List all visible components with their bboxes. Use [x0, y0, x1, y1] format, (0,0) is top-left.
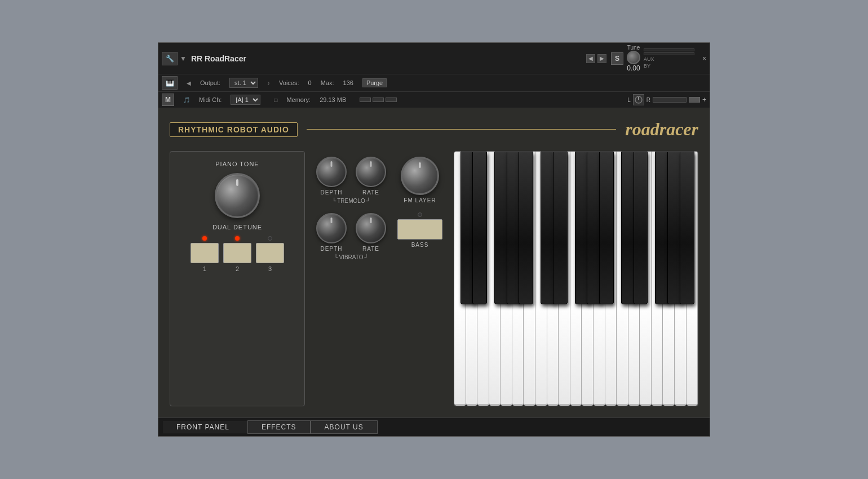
fm-bass-section: FM LAYER BASS [397, 151, 442, 406]
led-1 [202, 236, 207, 241]
pan-area: L R + [627, 94, 706, 105]
tremolo-knobs: DEPTH RATE [316, 157, 386, 196]
close-button[interactable]: × [702, 55, 706, 63]
led-3 [268, 236, 272, 241]
brand-row: RHYTHMIC ROBOT AUDIO roadracer [170, 119, 698, 140]
output-row: 🎹 ◀ Output: st. 1 ♪ Voices: 0 Max: 136 P… [158, 74, 710, 92]
white-key-21[interactable] [687, 152, 698, 406]
piano-tone-knob[interactable] [215, 173, 260, 218]
product-name: roadracer [625, 119, 698, 140]
vibrato-bracket-left: └ [334, 254, 338, 260]
output-label: Output: [200, 79, 220, 86]
button-group-2: 2 [223, 236, 251, 272]
meter-bars [360, 97, 397, 102]
vibrato-bracket-right: ┘ [364, 254, 368, 260]
r-label: R [646, 97, 650, 103]
white-key-11[interactable] [570, 152, 582, 406]
vibrato-depth-knob[interactable] [316, 213, 347, 243]
vibrato-section: DEPTH RATE └ VIBRATO ┘ [316, 213, 386, 260]
white-key-18[interactable] [652, 152, 663, 406]
triangle-icon[interactable]: ▼ [180, 55, 187, 63]
midi-icon: 🎵 [183, 97, 190, 103]
tremolo-bracket-right: ┘ [366, 198, 370, 204]
white-key-12[interactable] [582, 152, 594, 406]
tune-knob[interactable] [627, 51, 640, 64]
output-select[interactable]: st. 1 [229, 78, 258, 88]
tab-front-panel[interactable]: FRONT PANEL [163, 421, 247, 433]
white-key-7[interactable] [524, 152, 535, 406]
bottom-tabs: FRONT PANEL EFFECTS ABOUT US [158, 418, 710, 436]
tremolo-bracket-left: └ [332, 198, 336, 204]
fm-label: FM LAYER [404, 197, 436, 203]
aux-label: AUX [644, 56, 694, 62]
white-key-8[interactable] [535, 152, 547, 406]
white-key-15[interactable] [617, 152, 628, 406]
output-icon: ◀ [187, 80, 191, 86]
white-key-13[interactable] [594, 152, 605, 406]
btn-label-1: 1 [203, 265, 206, 272]
purge-button[interactable]: Purge [362, 78, 387, 87]
button-row: 1 2 3 [191, 236, 284, 272]
vibrato-section-label: VIBRATO [339, 254, 364, 260]
fm-layer-knob[interactable] [401, 157, 439, 195]
vibrato-depth-label: DEPTH [321, 246, 343, 252]
fm-knob-group: FM LAYER [401, 157, 439, 203]
white-key-4[interactable] [489, 152, 501, 406]
s-button[interactable]: S [611, 52, 623, 65]
bass-button[interactable] [397, 219, 442, 239]
piano-tone-box: PIANO TONE DUAL DETUNE 1 2 [170, 151, 305, 406]
keyboard[interactable] [454, 152, 698, 406]
white-key-9[interactable] [547, 152, 559, 406]
middle-controls: DEPTH RATE └ TREMOLO ┘ [316, 151, 386, 406]
pan-icon [633, 94, 644, 105]
volume-slider[interactable] [653, 97, 687, 103]
white-key-3[interactable] [477, 152, 489, 406]
vibrato-rate-knob[interactable] [356, 213, 386, 243]
volume-end [689, 97, 700, 103]
preset-btn-2[interactable] [223, 243, 251, 263]
tremolo-depth-knob[interactable] [316, 157, 347, 187]
white-key-14[interactable] [605, 152, 617, 406]
white-key-5[interactable] [501, 152, 512, 406]
white-key-2[interactable] [466, 152, 478, 406]
tune-block: Tune 0.00 [627, 45, 640, 72]
tab-about-us[interactable]: ABOUT US [311, 420, 378, 434]
white-key-17[interactable] [640, 152, 652, 406]
bass-section: BASS [397, 212, 442, 248]
m-button[interactable]: M [162, 94, 174, 106]
max-value: 136 [343, 79, 353, 86]
meter-bar-3 [386, 97, 397, 102]
white-key-1[interactable] [454, 152, 466, 406]
level-bar-2 [644, 52, 694, 55]
midi-row: M 🎵 Midi Ch: [A] 1 □ Memory: 29.13 MB L … [158, 92, 710, 108]
vibrato-bracket: └ VIBRATO ┘ [334, 254, 368, 260]
next-arrow[interactable]: ▶ [597, 54, 606, 63]
tremolo-rate-group: RATE [356, 157, 386, 196]
keyboard-area [454, 151, 698, 406]
voices-icon: ♪ [267, 80, 270, 86]
l-label: L [627, 97, 631, 103]
dual-detune-label: DUAL DETUNE [212, 224, 262, 230]
tremolo-depth-group: DEPTH [316, 157, 347, 196]
max-label: Max: [321, 79, 334, 86]
plus-icon[interactable]: + [702, 96, 706, 104]
title-row: 🔧 ▼ RR RoadRacer ◀ ▶ S Tune 0.00 AUX BY [158, 43, 710, 74]
bass-label: BASS [411, 242, 429, 248]
voices-label: Voices: [279, 79, 299, 86]
wrench-icon[interactable]: 🔧 [162, 52, 178, 65]
tremolo-rate-knob[interactable] [356, 157, 386, 187]
white-key-20[interactable] [675, 152, 687, 406]
tab-effects[interactable]: EFFECTS [247, 420, 311, 434]
midi-select[interactable]: [A] 1 [231, 95, 260, 105]
prev-arrow[interactable]: ◀ [586, 54, 595, 63]
preset-btn-3[interactable] [256, 243, 284, 263]
white-key-6[interactable] [512, 152, 524, 406]
white-key-10[interactable] [559, 152, 570, 406]
white-key-16[interactable] [628, 152, 640, 406]
memory-label: Memory: [286, 96, 311, 103]
white-key-19[interactable] [663, 152, 675, 406]
btn-label-2: 2 [236, 265, 239, 272]
button-group-1: 1 [191, 236, 219, 272]
bass-led [418, 212, 422, 217]
preset-btn-1[interactable] [191, 243, 219, 263]
